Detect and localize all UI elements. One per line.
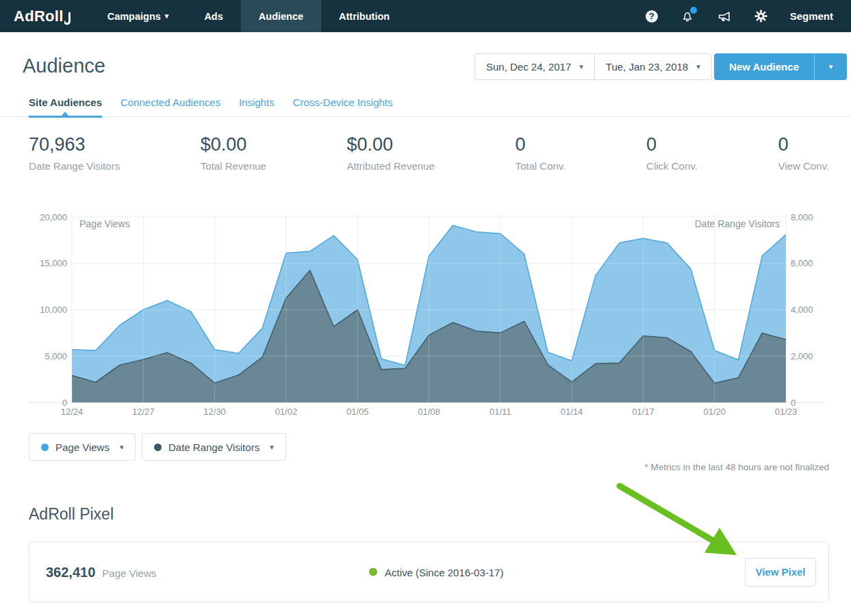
- nav-item-ads[interactable]: Ads: [186, 0, 240, 32]
- stat-value: 0: [646, 134, 698, 155]
- nav-item-label: Audience: [259, 11, 303, 22]
- svg-text:01/11: 01/11: [490, 407, 511, 417]
- tab-site-audiences[interactable]: Site Audiences: [29, 91, 102, 116]
- caret-down-icon: ▾: [829, 62, 833, 71]
- date-end-value: Tue, Jan 23, 2018: [606, 61, 688, 73]
- legend-dropdown-date-range-visitors[interactable]: Date Range Visitors ▾: [142, 433, 286, 461]
- stat-view-conv: 0 View Conv.: [778, 134, 829, 172]
- date-start-select[interactable]: Sun, Dec 24, 2017 ▾: [475, 54, 594, 79]
- adroll-logo-text: AdRoll: [14, 8, 64, 25]
- nav-item-label: Ads: [204, 11, 223, 22]
- stat-value: 70,963: [29, 134, 120, 155]
- svg-text:01/20: 01/20: [703, 407, 726, 417]
- svg-text:12/24: 12/24: [61, 407, 84, 417]
- nav-item-label: Attribution: [339, 11, 390, 22]
- svg-text:6,000: 6,000: [791, 258, 813, 268]
- legend-dropdown-page-views[interactable]: Page Views ▾: [29, 433, 136, 461]
- date-range-visitors-series-dot-icon: [154, 444, 162, 451]
- nav-item-audience[interactable]: Audience: [241, 0, 321, 32]
- stat-value: $0.00: [346, 134, 434, 155]
- svg-text:15,000: 15,000: [40, 258, 67, 268]
- stat-label: Click Conv.: [646, 160, 698, 172]
- metrics-footnote: * Metrics in the last 48 hours are not f…: [645, 462, 829, 472]
- adroll-logo[interactable]: AdRoll: [0, 0, 90, 32]
- date-start-value: Sun, Dec 24, 2017: [486, 61, 571, 73]
- svg-text:10,000: 10,000: [40, 305, 67, 315]
- adroll-logo-hook-icon: [64, 10, 72, 27]
- svg-text:01/14: 01/14: [561, 407, 583, 417]
- traffic-chart-container: 05,00010,00015,00020,00002,0004,0006,000…: [27, 212, 825, 419]
- svg-text:8,000: 8,000: [791, 212, 813, 222]
- svg-text:5,000: 5,000: [45, 351, 67, 361]
- stat-value: 0: [778, 134, 829, 155]
- svg-text:01/02: 01/02: [275, 407, 298, 417]
- svg-text:4,000: 4,000: [791, 305, 813, 315]
- help-icon[interactable]: ?: [646, 10, 658, 23]
- new-audience-dropdown-button[interactable]: ▾: [814, 53, 847, 80]
- adroll-pixel-heading: AdRoll Pixel: [29, 505, 114, 524]
- caret-down-icon: ▾: [579, 62, 583, 71]
- new-audience-split-button: New Audience ▾: [714, 53, 847, 80]
- audience-page: AdRoll Campaigns ▾ Ads Audience Attribut…: [0, 0, 851, 616]
- tab-connected-audiences[interactable]: Connected Audiences: [120, 91, 220, 116]
- top-nav: AdRoll Campaigns ▾ Ads Audience Attribut…: [0, 0, 851, 32]
- stat-total-conv: 0 Total Conv.: [515, 134, 566, 172]
- nav-item-label: Campaigns: [107, 11, 161, 22]
- summary-stats: 70,963 Date Range Visitors $0.00 Total R…: [29, 134, 829, 172]
- pixel-status: Active (Since 2016-03-17): [369, 566, 503, 578]
- pixel-page-views-label: Page Views: [102, 567, 156, 578]
- svg-text:01/05: 01/05: [346, 407, 369, 417]
- legend-label: Date Range Visitors: [168, 441, 259, 453]
- stat-label: View Conv.: [778, 160, 829, 172]
- settings-gear-icon[interactable]: [754, 10, 767, 23]
- tab-insights[interactable]: Insights: [239, 91, 275, 116]
- svg-text:2,000: 2,000: [791, 351, 813, 361]
- new-audience-button[interactable]: New Audience: [714, 53, 814, 80]
- svg-text:20,000: 20,000: [40, 212, 67, 222]
- stat-click-conv: 0 Click Conv.: [646, 134, 698, 172]
- pixel-status-text: Active (Since 2016-03-17): [385, 566, 503, 578]
- page-title: Audience: [23, 55, 105, 77]
- active-status-dot-icon: [369, 568, 377, 576]
- audience-tabs: Site Audiences Connected Audiences Insig…: [0, 91, 851, 117]
- stat-value: 0: [515, 134, 566, 155]
- svg-text:12/30: 12/30: [203, 407, 226, 417]
- svg-text:01/08: 01/08: [418, 407, 440, 417]
- adroll-pixel-card: 362,410 Page Views Active (Since 2016-03…: [29, 541, 829, 602]
- notifications-bell-icon[interactable]: [681, 9, 694, 23]
- svg-text:12/27: 12/27: [132, 407, 155, 417]
- stat-label: Total Revenue: [201, 160, 266, 172]
- pixel-page-views: 362,410 Page Views: [46, 564, 156, 580]
- stat-attributed-revenue: $0.00 Attributed Revenue: [346, 134, 434, 172]
- caret-down-icon: ▾: [270, 443, 274, 452]
- stat-value: $0.00: [201, 134, 266, 155]
- svg-text:01/17: 01/17: [632, 407, 655, 417]
- nav-items: Campaigns ▾ Ads Audience Attribution: [90, 0, 407, 32]
- page-views-series-dot-icon: [41, 444, 49, 451]
- stat-total-revenue: $0.00 Total Revenue: [201, 134, 266, 172]
- caret-down-icon: ▾: [696, 62, 700, 71]
- stat-label: Attributed Revenue: [346, 160, 434, 172]
- legend-label: Page Views: [55, 441, 110, 453]
- date-end-select[interactable]: Tue, Jan 23, 2018 ▾: [594, 54, 711, 79]
- svg-text:Page Views: Page Views: [79, 218, 130, 229]
- caret-down-icon: ▾: [165, 12, 169, 21]
- account-menu-segment[interactable]: Segment: [790, 10, 833, 22]
- svg-text:Date Range Visitors: Date Range Visitors: [695, 218, 780, 229]
- notification-badge: [690, 7, 697, 14]
- pixel-page-views-value: 362,410: [46, 564, 95, 580]
- stat-label: Date Range Visitors: [29, 160, 120, 172]
- announcements-megaphone-icon[interactable]: [717, 9, 732, 24]
- nav-item-attribution[interactable]: Attribution: [321, 0, 407, 32]
- date-range-picker: Sun, Dec 24, 2017 ▾ Tue, Jan 23, 2018 ▾: [474, 53, 712, 80]
- nav-item-campaigns[interactable]: Campaigns ▾: [90, 0, 187, 32]
- audience-area-chart: 05,00010,00015,00020,00002,0004,0006,000…: [27, 212, 825, 419]
- svg-text:01/23: 01/23: [775, 407, 798, 417]
- stat-date-range-visitors: 70,963 Date Range Visitors: [29, 134, 120, 172]
- nav-right: ?: [646, 0, 851, 32]
- stat-label: Total Conv.: [515, 160, 566, 172]
- caret-down-icon: ▾: [120, 443, 124, 452]
- view-pixel-button[interactable]: View Pixel: [745, 558, 816, 587]
- tab-cross-device-insights[interactable]: Cross-Device Insights: [293, 91, 393, 116]
